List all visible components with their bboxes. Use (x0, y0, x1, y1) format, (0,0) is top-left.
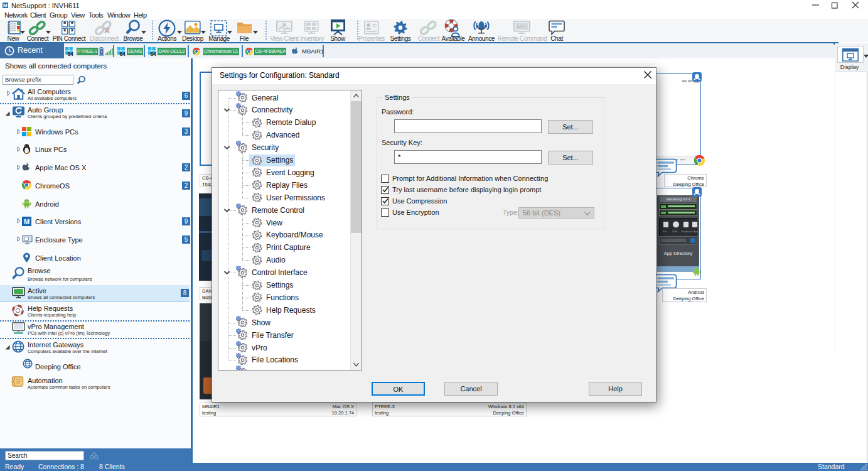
svg-text:64: 64 (67, 51, 73, 57)
svg-text:c:\: c:\ (517, 24, 524, 29)
svg-text:*: * (71, 21, 74, 28)
svg-text:Keyboard: Keyboard (682, 230, 692, 233)
svg-text:App: App (694, 230, 699, 233)
svg-text:File: File (663, 230, 667, 233)
svg-text:64: 64 (150, 51, 156, 57)
svg-text:*: * (63, 21, 67, 28)
svg-text:M: M (24, 218, 29, 225)
svg-text:*: * (63, 28, 67, 35)
svg-text:64: 64 (119, 51, 126, 57)
svg-text:USB: USB (672, 230, 678, 233)
svg-text:*: * (71, 28, 74, 35)
